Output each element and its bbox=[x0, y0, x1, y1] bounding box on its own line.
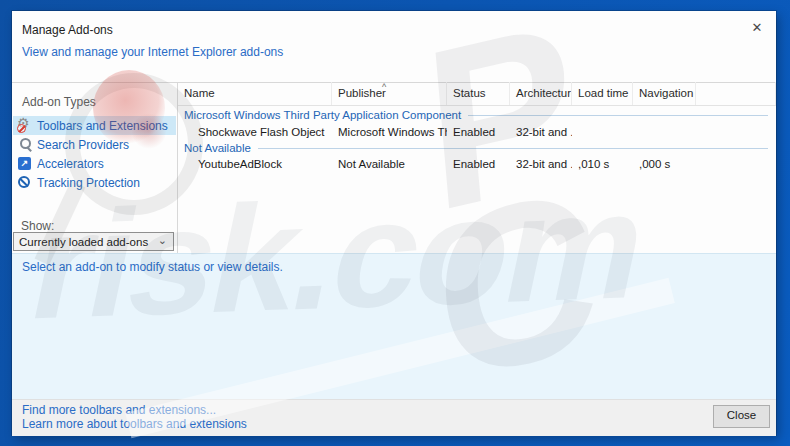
accelerator-icon: ↗ bbox=[18, 156, 33, 171]
column-header-status[interactable]: Status bbox=[447, 82, 510, 105]
cell-architecture: 32-bit and ... bbox=[510, 126, 572, 138]
close-icon[interactable]: ✕ bbox=[748, 19, 766, 37]
cell-navigation: ,000 s bbox=[633, 158, 696, 170]
sidebar-item-toolbars-extensions[interactable]: ⚙ Toolbars and Extensions bbox=[13, 116, 176, 135]
learn-more-addons-link[interactable]: Learn more about toolbars and extensions bbox=[22, 417, 247, 431]
cell-publisher: Not Available bbox=[332, 158, 447, 170]
column-header-navigation[interactable]: Navigation ... bbox=[633, 82, 696, 105]
show-label: Show: bbox=[21, 219, 54, 233]
column-header-load-time[interactable]: Load time bbox=[572, 82, 633, 105]
detail-hint-text: Select an add-on to modify status or vie… bbox=[22, 260, 283, 274]
sort-ascending-icon: ^ bbox=[382, 82, 386, 99]
find-more-addons-link[interactable]: Find more toolbars and extensions... bbox=[22, 403, 216, 417]
show-dropdown[interactable]: Currently loaded add-ons ⌄ bbox=[13, 232, 174, 251]
dialog-title: Manage Add-ons bbox=[22, 23, 113, 37]
cell-status: Enabled bbox=[447, 126, 510, 138]
sidebar-item-tracking-protection[interactable]: Tracking Protection bbox=[13, 173, 176, 192]
table-group-header: Not Available bbox=[178, 141, 776, 155]
column-header-publisher[interactable]: Publisher ^ bbox=[332, 82, 447, 105]
column-header-spacer bbox=[696, 82, 776, 105]
sidebar-item-label: Tracking Protection bbox=[37, 176, 140, 190]
sidebar-item-accelerators[interactable]: ↗ Accelerators bbox=[13, 154, 176, 173]
table-row[interactable]: Shockwave Flash Object Microsoft Windows… bbox=[178, 124, 776, 140]
no-entry-icon bbox=[18, 175, 33, 190]
cell-name: Shockwave Flash Object bbox=[178, 126, 332, 138]
table-row[interactable]: YoutubeAdBlock Not Available Enabled 32-… bbox=[178, 156, 776, 172]
manage-addons-dialog: Manage Add-ons ✕ View and manage your In… bbox=[12, 11, 776, 435]
chevron-down-icon: ⌄ bbox=[158, 233, 167, 248]
desktop-background: Manage Add-ons ✕ View and manage your In… bbox=[0, 0, 790, 446]
sidebar-item-search-providers[interactable]: Search Providers bbox=[13, 135, 176, 154]
table-header-row: Name Publisher ^ Status Architecture Loa… bbox=[178, 82, 776, 106]
addon-types-list: ⚙ Toolbars and Extensions Search Provide… bbox=[13, 116, 176, 192]
subtitle-link[interactable]: View and manage your Internet Explorer a… bbox=[22, 45, 283, 59]
sidebar-item-label: Search Providers bbox=[37, 138, 129, 152]
detail-pane: Select an add-on to modify status or vie… bbox=[12, 253, 776, 400]
dialog-footer: Find more toolbars and extensions... Lea… bbox=[12, 399, 776, 436]
cell-publisher: Microsoft Windows Third... bbox=[332, 126, 447, 138]
cell-status: Enabled bbox=[447, 158, 510, 170]
column-header-architecture[interactable]: Architecture bbox=[510, 82, 572, 105]
addons-table: Name Publisher ^ Status Architecture Loa… bbox=[178, 82, 776, 253]
cell-load-time: ,010 s bbox=[572, 158, 633, 170]
cell-architecture: 32-bit and ... bbox=[510, 158, 572, 170]
addon-types-heading: Add-on Types bbox=[22, 95, 96, 109]
show-dropdown-value: Currently loaded add-ons bbox=[19, 236, 148, 248]
table-group-header: Microsoft Windows Third Party Applicatio… bbox=[178, 108, 776, 122]
sidebar-item-label: Accelerators bbox=[37, 157, 104, 171]
sidebar-item-label: Toolbars and Extensions bbox=[37, 119, 168, 133]
magnifier-icon bbox=[18, 137, 33, 152]
column-header-name[interactable]: Name bbox=[178, 82, 332, 105]
gear-blocked-icon: ⚙ bbox=[18, 118, 33, 133]
close-button[interactable]: Close bbox=[713, 405, 770, 428]
cell-name: YoutubeAdBlock bbox=[178, 158, 332, 170]
